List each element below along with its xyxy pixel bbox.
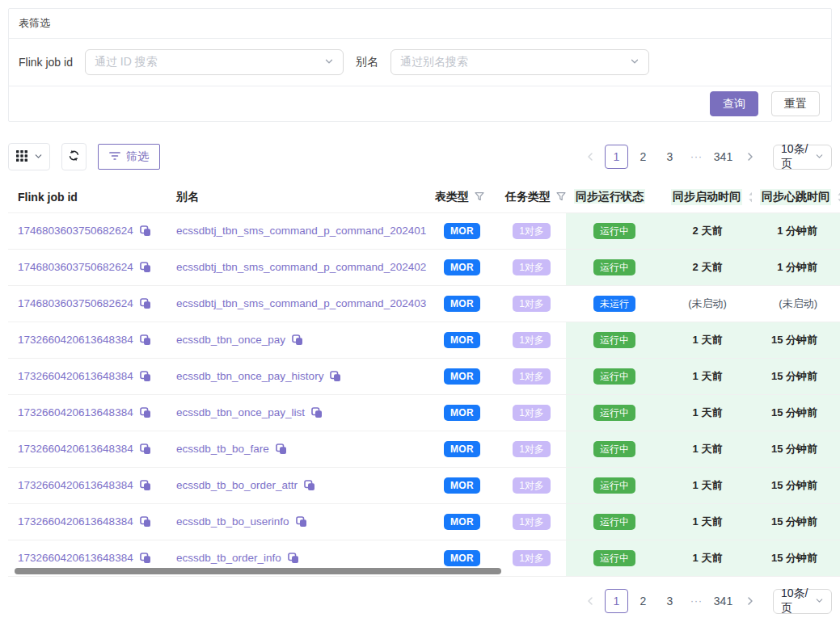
page-button-2[interactable]: 2: [631, 589, 655, 613]
alias-link[interactable]: ecssdb_tbn_once_pay_history: [176, 370, 323, 382]
copy-icon[interactable]: [140, 444, 151, 455]
job-id-link[interactable]: 1746803603750682624: [18, 261, 133, 273]
task-type-badge: 1对多: [513, 441, 551, 457]
sync-table: Flink job id 别名 表类型 任务类型: [8, 182, 840, 577]
copy-icon[interactable]: [140, 553, 151, 564]
job-id-link[interactable]: 1746803603750682624: [18, 225, 133, 237]
sync-start-time: 1 天前: [693, 552, 723, 564]
page-jump-ellipsis[interactable]: ···: [685, 589, 708, 613]
next-page-button[interactable]: [738, 589, 762, 613]
column-settings-button[interactable]: [8, 143, 50, 170]
sync-heartbeat-time: 1 分钟前: [777, 261, 817, 273]
alias-link[interactable]: ecssdbtj_tbn_sms_command_p_command_20240…: [176, 225, 426, 237]
chevron-down-icon: [34, 151, 43, 163]
bottom-bar: 1 2 3 ··· 341 10条/页: [8, 589, 832, 614]
page-button-341[interactable]: 341: [711, 145, 735, 169]
copy-icon[interactable]: [304, 480, 315, 491]
next-page-button[interactable]: [738, 145, 762, 169]
pagination-top: 1 2 3 ··· 341 10条/页: [576, 145, 832, 170]
job-id-link[interactable]: 1732660420613648384: [18, 443, 133, 455]
flink-job-id-placeholder: 通过 ID 搜索: [95, 55, 158, 69]
sync-heartbeat-time: 15 分钟前: [771, 370, 817, 382]
alias-link[interactable]: ecssdb_tb_order_info: [176, 552, 281, 564]
job-id-link[interactable]: 1732660420613648384: [18, 552, 133, 564]
alias-link[interactable]: ecssdbtj_tbn_sms_command_p_command_20240…: [176, 297, 426, 309]
task-type-badge: 1对多: [513, 477, 551, 494]
alias-link[interactable]: ecssdbtj_tbn_sms_command_p_command_20240…: [176, 261, 426, 273]
copy-icon[interactable]: [292, 334, 303, 346]
col-header-table-type: 表类型: [427, 182, 497, 212]
job-id-link[interactable]: 1732660420613648384: [18, 334, 133, 346]
page-jump-ellipsis[interactable]: ···: [685, 145, 708, 169]
copy-icon[interactable]: [276, 444, 287, 455]
task-type-badge: 1对多: [513, 223, 551, 239]
flink-job-id-select[interactable]: 通过 ID 搜索: [85, 49, 344, 75]
sync-start-time: 1 天前: [693, 443, 723, 455]
col-header-sync-status: 同步运行状态: [566, 182, 663, 212]
sync-heartbeat-time: 15 分钟前: [771, 515, 817, 528]
alias-link[interactable]: ecssdb_tb_bo_order_attr: [176, 479, 298, 491]
alias-link[interactable]: ecssdb_tb_bo_fare: [176, 443, 269, 455]
refresh-icon: [68, 149, 80, 164]
page-button-1[interactable]: 1: [605, 145, 628, 169]
copy-icon[interactable]: [140, 516, 151, 528]
alias-placeholder: 通过别名搜索: [400, 55, 468, 69]
job-id-link[interactable]: 1732660420613648384: [18, 479, 133, 491]
copy-icon[interactable]: [140, 334, 151, 346]
task-type-badge: 1对多: [513, 514, 551, 530]
alias-link[interactable]: ecssdb_tb_bo_userinfo: [176, 515, 289, 528]
table-row: 1732660420613648384 ecssdb_tbn_once_pay_…: [8, 394, 840, 431]
copy-icon[interactable]: [288, 553, 299, 564]
filter-funnel-icon[interactable]: [556, 191, 566, 204]
refresh-button[interactable]: [61, 143, 87, 170]
copy-icon[interactable]: [140, 407, 151, 418]
job-id-link[interactable]: 1732660420613648384: [18, 515, 133, 528]
reset-button[interactable]: 重置: [771, 91, 820, 116]
toolbar-left: 筛选: [8, 143, 160, 170]
page-size-select[interactable]: 10条/页: [773, 145, 832, 170]
copy-icon[interactable]: [140, 480, 151, 491]
job-id-link[interactable]: 1746803603750682624: [18, 297, 133, 309]
table-type-badge: MOR: [444, 405, 480, 421]
alias-link[interactable]: ecssdb_tbn_once_pay_list: [176, 406, 305, 418]
page-button-341[interactable]: 341: [711, 589, 735, 613]
table-row: 1732660420613648384 ecssdb_tb_bo_fare MO…: [8, 431, 840, 467]
copy-icon[interactable]: [296, 516, 307, 528]
sync-start-time: 2 天前: [693, 225, 723, 237]
status-badge: 运行中: [593, 259, 635, 275]
copy-icon[interactable]: [311, 407, 323, 418]
page-button-2[interactable]: 2: [631, 145, 655, 169]
copy-icon[interactable]: [140, 298, 151, 309]
table-type-badge: MOR: [444, 477, 480, 494]
copy-icon[interactable]: [140, 262, 151, 273]
page-button-3[interactable]: 3: [658, 145, 682, 169]
alias-select[interactable]: 通过别名搜索: [390, 49, 649, 75]
filter-funnel-icon[interactable]: [475, 191, 484, 204]
sorter-icon[interactable]: [748, 191, 752, 203]
page-button-3[interactable]: 3: [658, 589, 682, 613]
prev-page-button[interactable]: [578, 145, 602, 169]
horizontal-scrollbar[interactable]: [15, 568, 501, 574]
job-id-link[interactable]: 1732660420613648384: [18, 406, 133, 418]
sorter-icon[interactable]: [837, 191, 840, 203]
query-button[interactable]: 查询: [710, 91, 758, 116]
table-row: 1732660420613648384 ecssdb_tbn_once_pay_…: [8, 358, 840, 394]
copy-icon[interactable]: [140, 225, 151, 237]
alias-link[interactable]: ecssdb_tbn_once_pay: [176, 334, 285, 346]
table-type-badge: MOR: [444, 259, 480, 275]
copy-icon[interactable]: [330, 371, 341, 382]
task-type-badge: 1对多: [513, 368, 551, 385]
alias-label: 别名: [356, 55, 378, 69]
page-button-1[interactable]: 1: [605, 589, 628, 613]
filter-panel-header: 表筛选: [9, 9, 831, 39]
table-row: 1732660420613648384 ecssdb_tb_bo_userinf…: [8, 503, 840, 540]
filter-button[interactable]: 筛选: [98, 144, 160, 170]
col-header-flink-job-id: Flink job id: [8, 182, 168, 212]
table-type-badge: MOR: [444, 332, 480, 348]
task-type-badge: 1对多: [513, 405, 551, 421]
prev-page-button[interactable]: [578, 589, 602, 613]
sync-heartbeat-time: 1 分钟前: [777, 225, 817, 237]
job-id-link[interactable]: 1732660420613648384: [18, 370, 133, 382]
copy-icon[interactable]: [140, 371, 151, 382]
page-size-select[interactable]: 10条/页: [773, 589, 832, 614]
